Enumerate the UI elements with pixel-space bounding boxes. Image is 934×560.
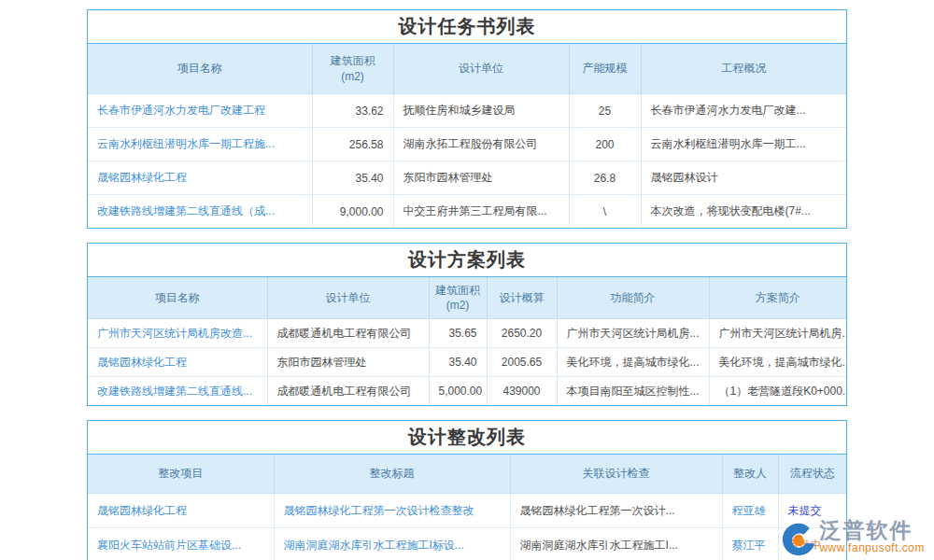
column-header: 建筑面积 (m2) bbox=[429, 277, 487, 319]
cell-text: 9,000.00 bbox=[312, 195, 393, 229]
cell-text: \ bbox=[569, 195, 641, 229]
cell-text: 湖南洞庭湖水库引水工程施工I... bbox=[510, 528, 722, 560]
table-row: 云南水利枢纽潜明水库一期工程施...256.58湖南永拓工程股份有限公司200云… bbox=[88, 128, 846, 161]
column-header: 项目名称 bbox=[88, 277, 267, 319]
status-cell: 审批中 bbox=[778, 528, 846, 560]
design-task-list-panel: 设计任务书列表 项目名称建筑面积 (m2)设计单位产能规模工程概况 长春市伊通河… bbox=[87, 9, 847, 229]
header-row: 项目名称设计单位建筑面积 (m2)设计概算功能简介方案简介 bbox=[88, 277, 846, 319]
column-header: 建筑面积 (m2) bbox=[312, 44, 393, 94]
header-row: 项目名称建筑面积 (m2)设计单位产能规模工程概况 bbox=[88, 44, 846, 94]
cell-link[interactable]: 程亚雄 bbox=[722, 494, 778, 528]
cell-text: 湖南永拓工程股份有限公司 bbox=[393, 128, 569, 161]
column-header: 功能简介 bbox=[557, 277, 709, 319]
table-row: 改建铁路线增建第二线直通线...成都暖通机电工程有限公司5,000.004390… bbox=[88, 377, 846, 406]
column-header: 整改标题 bbox=[274, 455, 510, 494]
column-header: 设计概算 bbox=[487, 277, 557, 319]
cell-text: 26.8 bbox=[569, 161, 641, 195]
design-plan-list-title: 设计方案列表 bbox=[88, 244, 846, 277]
cell-text: 256.58 bbox=[312, 128, 393, 161]
cell-text: 35.40 bbox=[429, 348, 487, 377]
status-cell: 未提交 bbox=[778, 494, 846, 528]
column-header: 流程状态 bbox=[778, 455, 846, 494]
design-rectification-list-title: 设计整改列表 bbox=[88, 421, 846, 455]
cell-text: 晟铭园林绿化工程第一次设计... bbox=[510, 494, 722, 528]
column-header: 设计单位 bbox=[393, 44, 569, 94]
cell-text: 晟铭园林设计 bbox=[641, 161, 846, 195]
column-header: 关联设计检查 bbox=[510, 455, 722, 494]
cell-text: 成都暖通机电工程有限公司 bbox=[267, 377, 429, 406]
table-row: 晟铭园林绿化工程35.40东阳市园林管理处26.8晟铭园林设计 bbox=[88, 161, 846, 195]
cell-text: 5,000.00 bbox=[429, 377, 487, 406]
cell-text: 本项目南阳至城区控制性... bbox=[557, 377, 709, 406]
cell-text: 2650.20 bbox=[487, 319, 557, 348]
cell-text: 抚顺住房和城乡建设局 bbox=[393, 94, 569, 128]
table-row: 改建铁路线增建第二线直通线（成...9,000.00中交王府井第三工程局有限..… bbox=[88, 195, 846, 229]
table-row: 广州市天河区统计局机房改造...成都暖通机电工程有限公司35.652650.20… bbox=[88, 319, 846, 348]
column-header: 整改项目 bbox=[88, 455, 274, 494]
cell-text: 东阳市园林管理处 bbox=[393, 161, 569, 195]
cell-text: 本次改造，将现状变配电楼(7#... bbox=[641, 195, 846, 229]
table-row: 晟铭园林绿化工程晟铭园林绿化工程第一次设计检查整改晟铭园林绿化工程第一次设计..… bbox=[88, 494, 846, 528]
cell-text: 云南水利枢纽潜明水库一期工... bbox=[641, 128, 846, 161]
cell-text: 35.40 bbox=[312, 161, 393, 195]
cell-link[interactable]: 改建铁路线增建第二线直通线（成... bbox=[88, 195, 312, 229]
cell-link[interactable]: 晟铭园林绿化工程 bbox=[88, 348, 267, 377]
design-task-table: 项目名称建筑面积 (m2)设计单位产能规模工程概况 长春市伊通河水力发电厂改建工… bbox=[88, 44, 846, 228]
cell-text: 长春市伊通河水力发电厂改建... bbox=[641, 94, 846, 128]
cell-link[interactable]: 晟铭园林绿化工程 bbox=[88, 494, 274, 528]
cell-link[interactable]: 蔡江平 bbox=[722, 528, 778, 560]
header-row: 整改项目整改标题关联设计检查整改人流程状态 bbox=[88, 455, 846, 494]
cell-link[interactable]: 改建铁路线增建第二线直通线... bbox=[88, 377, 267, 406]
column-header: 方案简介 bbox=[709, 277, 846, 319]
cell-link[interactable]: 广州市天河区统计局机房改造... bbox=[88, 319, 267, 348]
cell-text: 25 bbox=[569, 94, 641, 128]
cell-link[interactable]: 湖南洞庭湖水库引水工程施工I标设... bbox=[274, 528, 510, 560]
cell-text: 2005.65 bbox=[487, 348, 557, 377]
cell-text: 中交王府井第三工程局有限... bbox=[393, 195, 569, 229]
table-row: 长春市伊通河水力发电厂改建工程33.62抚顺住房和城乡建设局25长春市伊通河水力… bbox=[88, 94, 846, 128]
cell-text: 美化环境，提高城市绿化... bbox=[557, 348, 709, 377]
cell-text: 33.62 bbox=[312, 94, 393, 128]
cell-link[interactable]: 长春市伊通河水力发电厂改建工程 bbox=[88, 94, 312, 128]
cell-text: （1）老营隧道段K0+000... bbox=[709, 377, 846, 406]
cell-text: 成都暖通机电工程有限公司 bbox=[267, 319, 429, 348]
cell-text: 广州市天河区统计局机房... bbox=[557, 319, 709, 348]
design-rectification-list-panel: 设计整改列表 整改项目整改标题关联设计检查整改人流程状态 晟铭园林绿化工程晟铭园… bbox=[87, 420, 847, 560]
column-header: 整改人 bbox=[722, 455, 778, 494]
cell-link[interactable]: 襄阳火车站站前片区基础设... bbox=[88, 528, 274, 560]
cell-text: 美化环境，提高城市绿化... bbox=[709, 348, 846, 377]
design-plan-list-panel: 设计方案列表 项目名称设计单位建筑面积 (m2)设计概算功能简介方案简介 广州市… bbox=[87, 243, 847, 406]
column-header: 设计单位 bbox=[267, 277, 429, 319]
table-row: 襄阳火车站站前片区基础设...湖南洞庭湖水库引水工程施工I标设...湖南洞庭湖水… bbox=[88, 528, 846, 560]
cell-text: 35.65 bbox=[429, 319, 487, 348]
cell-text: 439000 bbox=[487, 377, 557, 406]
design-task-list-title: 设计任务书列表 bbox=[88, 10, 846, 44]
column-header: 项目名称 bbox=[88, 44, 312, 94]
cell-link[interactable]: 晟铭园林绿化工程第一次设计检查整改 bbox=[274, 494, 510, 528]
page-content: 设计任务书列表 项目名称建筑面积 (m2)设计单位产能规模工程概况 长春市伊通河… bbox=[0, 0, 934, 560]
column-header: 工程概况 bbox=[641, 44, 846, 94]
design-rectification-table: 整改项目整改标题关联设计检查整改人流程状态 晟铭园林绿化工程晟铭园林绿化工程第一… bbox=[88, 455, 846, 560]
cell-text: 东阳市园林管理处 bbox=[267, 348, 429, 377]
cell-text: 广州市天河区统计局机房... bbox=[709, 319, 846, 348]
cell-link[interactable]: 云南水利枢纽潜明水库一期工程施... bbox=[88, 128, 312, 161]
design-plan-table: 项目名称设计单位建筑面积 (m2)设计概算功能简介方案简介 广州市天河区统计局机… bbox=[88, 277, 846, 405]
column-header: 产能规模 bbox=[569, 44, 641, 94]
table-row: 晟铭园林绿化工程东阳市园林管理处35.402005.65美化环境，提高城市绿化.… bbox=[88, 348, 846, 377]
cell-link[interactable]: 晟铭园林绿化工程 bbox=[88, 161, 312, 195]
cell-text: 200 bbox=[569, 128, 641, 161]
